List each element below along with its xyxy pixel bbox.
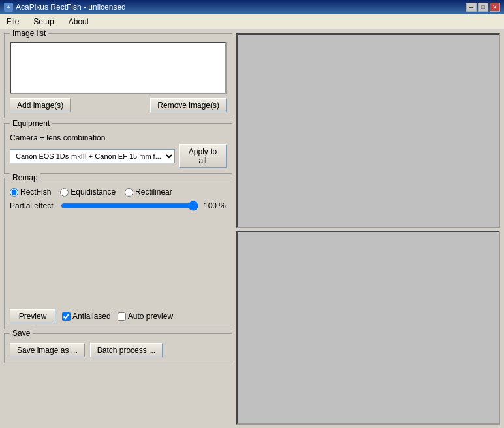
camera-lens-combo[interactable]: Canon EOS 1Ds-mkIII + Canon EF 15 mm f..… — [10, 149, 175, 163]
combo-row: Canon EOS 1Ds-mkIII + Canon EF 15 mm f..… — [10, 144, 227, 168]
apply-to-all-button[interactable]: Apply to all — [179, 144, 227, 168]
title-bar-controls: ─ □ ✕ — [466, 3, 500, 12]
remap-legend: Remap — [10, 173, 40, 182]
remap-group: Remap RectFish Equidistance Rectilinear … — [4, 178, 232, 329]
menu-setup[interactable]: Setup — [29, 16, 57, 27]
save-image-button[interactable]: Save image as ... — [10, 343, 85, 357]
title-bar: A AcaPixus RectFish - unlicensed ─ □ ✕ — [0, 0, 504, 14]
image-list-legend: Image list — [10, 29, 48, 38]
antialiased-checkbox-label[interactable]: Antialiased — [62, 312, 111, 321]
partial-effect-row: Partial effect 100 % — [10, 201, 227, 211]
partial-effect-value: 100 % — [204, 201, 227, 210]
combo-label: Camera + lens combination — [10, 133, 227, 142]
radio-rectilinear[interactable]: Rectilinear — [125, 188, 172, 197]
window-body: Image list Add image(s) Remove image(s) … — [0, 29, 504, 428]
save-legend: Save — [10, 329, 33, 338]
save-group: Save Save image as ... Batch process ... — [4, 333, 232, 363]
minimize-button[interactable]: ─ — [466, 3, 477, 12]
radio-equidistance[interactable]: Equidistance — [60, 188, 116, 197]
radio-rectilinear-input[interactable] — [125, 188, 133, 197]
radio-rectfish-input[interactable] — [10, 188, 18, 197]
save-buttons: Save image as ... Batch process ... — [10, 343, 227, 357]
left-panel: Image list Add image(s) Remove image(s) … — [4, 33, 232, 425]
antialiased-checkbox[interactable] — [62, 312, 71, 321]
partial-effect-label: Partial effect — [10, 201, 55, 210]
maximize-button[interactable]: □ — [478, 3, 488, 12]
preview-spacer — [10, 214, 227, 305]
auto-preview-label: Auto preview — [128, 312, 173, 321]
partial-effect-slider[interactable] — [61, 201, 198, 211]
auto-preview-checkbox-label[interactable]: Auto preview — [118, 312, 173, 321]
app-icon: A — [4, 3, 13, 12]
equipment-legend: Equipment — [10, 119, 52, 128]
right-panel — [236, 33, 500, 425]
preview-button[interactable]: Preview — [10, 309, 55, 323]
app-title: AcaPixus RectFish - unlicensed — [16, 3, 126, 12]
preview-controls: Preview Antialiased Auto preview — [10, 309, 227, 323]
image-list-buttons: Add image(s) Remove image(s) — [10, 98, 227, 112]
radio-equidistance-input[interactable] — [60, 188, 69, 197]
title-bar-left: A AcaPixus RectFish - unlicensed — [4, 3, 126, 12]
image-list-group: Image list Add image(s) Remove image(s) — [4, 33, 232, 118]
radio-rectilinear-label: Rectilinear — [135, 188, 172, 197]
radio-rectfish-label: RectFish — [20, 188, 51, 197]
equipment-group: Equipment Camera + lens combination Cano… — [4, 123, 232, 174]
radio-equidistance-label: Equidistance — [71, 188, 116, 197]
close-button[interactable]: ✕ — [490, 3, 500, 12]
remove-images-button[interactable]: Remove image(s) — [150, 98, 227, 112]
top-preview-pane — [236, 33, 500, 228]
antialiased-label: Antialiased — [72, 312, 111, 321]
bottom-preview-pane — [236, 231, 500, 425]
remap-radio-row: RectFish Equidistance Rectilinear — [10, 188, 227, 197]
menu-bar: File Setup About — [0, 14, 504, 29]
add-images-button[interactable]: Add image(s) — [10, 98, 71, 112]
menu-file[interactable]: File — [3, 16, 23, 27]
image-list-box[interactable] — [10, 42, 227, 94]
radio-rectfish[interactable]: RectFish — [10, 188, 51, 197]
batch-process-button[interactable]: Batch process ... — [90, 343, 163, 357]
auto-preview-checkbox[interactable] — [118, 312, 126, 321]
menu-about[interactable]: About — [65, 16, 93, 27]
